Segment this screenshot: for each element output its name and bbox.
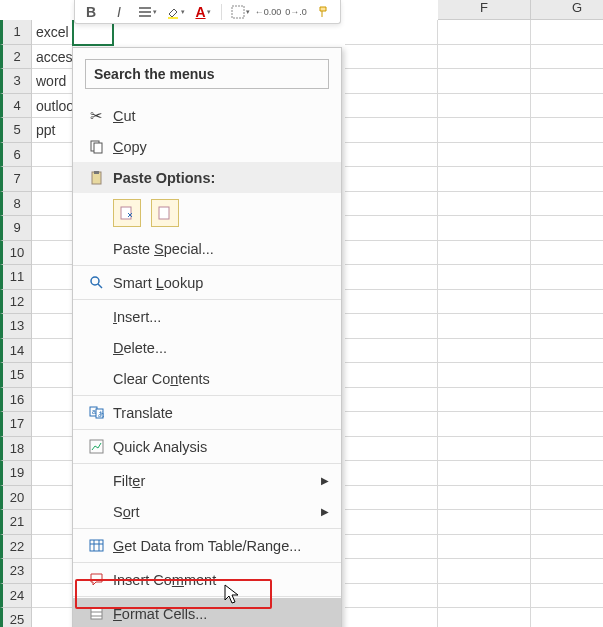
cell[interactable] bbox=[345, 535, 438, 560]
cell[interactable] bbox=[345, 216, 438, 241]
menu-clear-contents[interactable]: Clear Contents bbox=[73, 363, 341, 394]
row-header[interactable]: 22 bbox=[0, 535, 32, 560]
row-header[interactable]: 18 bbox=[0, 437, 32, 462]
cell[interactable] bbox=[345, 265, 438, 290]
cell[interactable] bbox=[438, 265, 531, 290]
menu-quick-analysis[interactable]: Quick Analysis bbox=[73, 431, 341, 462]
row-header[interactable]: 13 bbox=[0, 314, 32, 339]
cell[interactable] bbox=[531, 437, 603, 462]
cell[interactable] bbox=[345, 388, 438, 413]
row-header[interactable]: 19 bbox=[0, 461, 32, 486]
menu-insert-comment[interactable]: Insert Comment bbox=[73, 564, 341, 595]
row-header[interactable]: 8 bbox=[0, 192, 32, 217]
menu-cut[interactable]: ✂ Cut bbox=[73, 100, 341, 131]
row-header[interactable]: 6 bbox=[0, 143, 32, 168]
row-header[interactable]: 7 bbox=[0, 167, 32, 192]
menu-delete[interactable]: Delete... bbox=[73, 332, 341, 363]
cell[interactable] bbox=[438, 608, 531, 627]
align-button[interactable]: ▾ bbox=[137, 2, 157, 22]
cell[interactable] bbox=[531, 265, 603, 290]
cell[interactable] bbox=[345, 608, 438, 627]
row-header[interactable]: 12 bbox=[0, 290, 32, 315]
cell[interactable] bbox=[32, 608, 73, 627]
cell[interactable] bbox=[345, 437, 438, 462]
cell[interactable] bbox=[438, 45, 531, 70]
menu-filter[interactable]: Filter ▶ bbox=[73, 465, 341, 496]
cell[interactable] bbox=[531, 118, 603, 143]
cell[interactable] bbox=[32, 192, 73, 217]
row-header[interactable]: 20 bbox=[0, 486, 32, 511]
cell[interactable] bbox=[32, 216, 73, 241]
cell[interactable] bbox=[531, 94, 603, 119]
col-header-g[interactable]: G bbox=[531, 0, 603, 20]
row-header[interactable]: 15 bbox=[0, 363, 32, 388]
row-header[interactable]: 11 bbox=[0, 265, 32, 290]
cell-a3[interactable]: word bbox=[32, 69, 73, 94]
cell[interactable] bbox=[438, 535, 531, 560]
cell[interactable] bbox=[438, 584, 531, 609]
cell[interactable] bbox=[345, 461, 438, 486]
cell-a4[interactable]: outlook bbox=[32, 94, 73, 119]
cell[interactable] bbox=[438, 167, 531, 192]
menu-search-input[interactable]: Search the menus bbox=[85, 59, 329, 89]
cell[interactable] bbox=[345, 510, 438, 535]
cell[interactable] bbox=[32, 339, 73, 364]
cell[interactable] bbox=[345, 290, 438, 315]
cell[interactable] bbox=[32, 167, 73, 192]
cell[interactable] bbox=[531, 412, 603, 437]
cell[interactable] bbox=[345, 143, 438, 168]
cell[interactable] bbox=[345, 559, 438, 584]
cell[interactable] bbox=[345, 339, 438, 364]
cell[interactable] bbox=[531, 45, 603, 70]
cell[interactable] bbox=[438, 192, 531, 217]
cell[interactable] bbox=[531, 608, 603, 627]
format-painter-button[interactable] bbox=[314, 2, 334, 22]
row-header[interactable]: 17 bbox=[0, 412, 32, 437]
col-header-f[interactable]: F bbox=[438, 0, 531, 20]
cell[interactable] bbox=[438, 118, 531, 143]
cell[interactable] bbox=[438, 314, 531, 339]
decrease-decimal-button[interactable]: ←0.00 bbox=[258, 2, 278, 22]
row-header[interactable]: 4 bbox=[0, 94, 32, 119]
cell[interactable] bbox=[345, 20, 438, 45]
row-header[interactable]: 5 bbox=[0, 118, 32, 143]
cell[interactable] bbox=[345, 241, 438, 266]
cell[interactable] bbox=[32, 290, 73, 315]
cell[interactable] bbox=[345, 94, 438, 119]
cell[interactable] bbox=[345, 167, 438, 192]
cell[interactable] bbox=[531, 314, 603, 339]
cell[interactable] bbox=[438, 241, 531, 266]
cell[interactable] bbox=[438, 20, 531, 45]
cell[interactable] bbox=[32, 314, 73, 339]
cell[interactable] bbox=[32, 461, 73, 486]
cell[interactable] bbox=[32, 535, 73, 560]
borders-button[interactable]: ▾ bbox=[230, 2, 250, 22]
cell[interactable] bbox=[345, 363, 438, 388]
row-header[interactable]: 21 bbox=[0, 510, 32, 535]
font-color-button[interactable]: A▾ bbox=[193, 2, 213, 22]
menu-sort[interactable]: Sort ▶ bbox=[73, 496, 341, 527]
cell[interactable] bbox=[438, 437, 531, 462]
bold-button[interactable]: B bbox=[81, 2, 101, 22]
paste-button[interactable] bbox=[113, 199, 141, 227]
menu-get-data[interactable]: Get Data from Table/Range... bbox=[73, 530, 341, 561]
cell[interactable] bbox=[438, 216, 531, 241]
cell[interactable] bbox=[531, 339, 603, 364]
cell[interactable] bbox=[531, 535, 603, 560]
cell[interactable] bbox=[32, 363, 73, 388]
cell[interactable] bbox=[531, 363, 603, 388]
cell[interactable] bbox=[531, 486, 603, 511]
menu-copy[interactable]: Copy bbox=[73, 131, 341, 162]
cell[interactable] bbox=[32, 559, 73, 584]
cell[interactable] bbox=[531, 192, 603, 217]
cell[interactable] bbox=[531, 20, 603, 45]
menu-smart-lookup[interactable]: Smart Lookup bbox=[73, 267, 341, 298]
row-header[interactable]: 10 bbox=[0, 241, 32, 266]
menu-paste-special[interactable]: Paste Special... bbox=[73, 233, 341, 264]
cell[interactable] bbox=[531, 290, 603, 315]
row-header[interactable]: 9 bbox=[0, 216, 32, 241]
cell[interactable] bbox=[32, 486, 73, 511]
cell-a1[interactable]: excel bbox=[32, 20, 73, 45]
cell[interactable] bbox=[438, 290, 531, 315]
cell[interactable] bbox=[345, 486, 438, 511]
